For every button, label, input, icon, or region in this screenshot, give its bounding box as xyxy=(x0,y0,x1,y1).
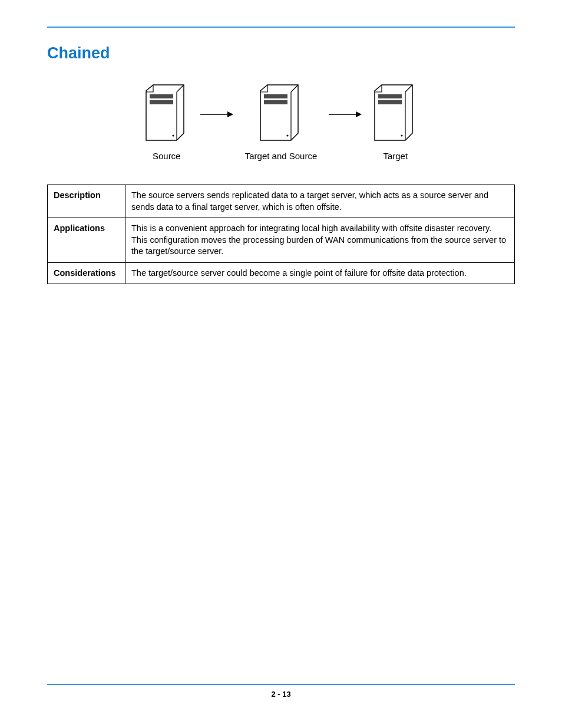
table-row: Considerations The target/source server … xyxy=(48,262,515,284)
svg-rect-12 xyxy=(264,100,287,104)
page-heading: Chained xyxy=(47,44,515,62)
diagram: Source Target and Source xyxy=(47,84,515,161)
server-icon xyxy=(145,84,189,143)
svg-point-5 xyxy=(172,134,174,136)
server-target-source: Target and Source xyxy=(245,84,318,161)
server-icon xyxy=(373,84,417,143)
row-label: Applications xyxy=(48,218,125,263)
svg-rect-4 xyxy=(150,100,173,104)
svg-marker-8 xyxy=(260,85,298,140)
svg-marker-7 xyxy=(227,111,233,117)
svg-rect-19 xyxy=(378,94,402,98)
svg-marker-16 xyxy=(375,85,412,140)
svg-rect-20 xyxy=(378,100,402,104)
arrow-icon xyxy=(329,110,362,118)
svg-rect-3 xyxy=(150,94,173,98)
svg-point-13 xyxy=(286,134,288,136)
table-row: Applications This is a convenient approa… xyxy=(48,218,515,263)
server-target: Target xyxy=(373,84,417,161)
server-source: Source xyxy=(145,84,189,161)
svg-marker-15 xyxy=(356,111,362,117)
row-label: Description xyxy=(48,185,125,218)
server-label: Source xyxy=(153,151,181,161)
row-text: The target/source server could become a … xyxy=(125,262,515,284)
table-row: Description The source servers sends rep… xyxy=(48,185,515,218)
arrow-icon xyxy=(200,110,233,118)
server-icon xyxy=(259,84,303,143)
top-rule xyxy=(47,27,515,28)
row-label: Considerations xyxy=(48,262,125,284)
row-text: The source servers sends replicated data… xyxy=(125,185,515,218)
svg-point-21 xyxy=(401,134,403,136)
server-label: Target xyxy=(383,151,408,161)
server-label: Target and Source xyxy=(245,151,318,161)
svg-marker-0 xyxy=(146,85,184,140)
page-footer: 2 - 13 xyxy=(47,684,515,699)
row-text: This is a convenient approach for integr… xyxy=(125,218,515,263)
page-number: 2 - 13 xyxy=(271,690,290,699)
svg-rect-11 xyxy=(264,94,287,98)
info-table: Description The source servers sends rep… xyxy=(47,185,515,284)
